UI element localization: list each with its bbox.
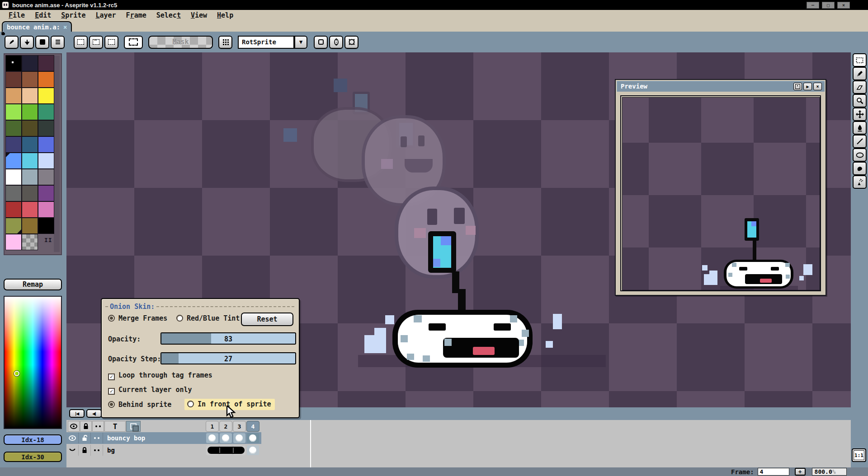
linked-cels-bar[interactable] [208, 447, 245, 454]
palette-swatch-11[interactable] [38, 104, 54, 120]
palette-swatch-21[interactable] [6, 169, 21, 185]
palette-swatch-17[interactable] [38, 137, 54, 152]
mask-button[interactable]: Mask [148, 36, 213, 49]
transform-rotate-button[interactable] [344, 36, 359, 49]
line-tool[interactable] [853, 135, 867, 148]
palette-swatch-7[interactable] [22, 88, 38, 103]
menu-help[interactable]: Help [212, 11, 238, 19]
transform-skew-button[interactable] [329, 36, 343, 49]
maximize-button[interactable]: □ [822, 2, 835, 9]
layer-continuous-toggle[interactable] [91, 445, 103, 456]
palette-swatch-26[interactable] [38, 186, 54, 201]
eraser-tool[interactable] [853, 80, 867, 94]
minimize-button[interactable]: – [807, 2, 819, 9]
palette-swatch-18[interactable] [6, 153, 21, 168]
palette-swatch-5[interactable] [38, 72, 54, 87]
palette-swatch-13[interactable] [22, 121, 38, 136]
preview-center-button[interactable] [793, 83, 802, 90]
frame-header-4[interactable]: 4 [246, 421, 259, 432]
current-layer-only-checkbox[interactable]: ✓Current layer only [108, 386, 192, 395]
layer-visible-toggle[interactable] [66, 445, 79, 456]
frame-header-2[interactable]: 2 [219, 421, 232, 432]
palette-swatch-16[interactable] [22, 137, 38, 152]
layer-name[interactable]: bouncy bop [103, 434, 145, 442]
tab-close-icon[interactable]: × [63, 23, 67, 31]
loop-tag-frames-checkbox[interactable]: ✓Loop through tag frames [108, 371, 212, 380]
preview-titlebar[interactable]: Preview ▶ × [617, 81, 825, 92]
foreground-index-button[interactable]: Idx-18 [4, 434, 62, 445]
zoom-1-1-button[interactable]: 1:1 [852, 448, 866, 462]
menu-sprite[interactable]: Sprite [56, 11, 90, 19]
palette-swatch-32[interactable] [38, 218, 54, 233]
move-tool[interactable] [853, 107, 867, 121]
rect-marquee-tool[interactable] [853, 53, 867, 67]
palette-swatch-8[interactable] [38, 88, 54, 103]
spray-tool[interactable] [853, 175, 867, 189]
palette-swatch-9[interactable] [6, 104, 21, 120]
palette-edit-button[interactable] [5, 36, 19, 49]
previous-frame-button[interactable]: ◀| [86, 409, 102, 418]
rotation-algorithm-dropdown[interactable]: ▼ [294, 36, 307, 49]
zoom-tool[interactable] [853, 94, 867, 107]
layer-visible-toggle[interactable] [66, 433, 79, 443]
palette-swatch-27[interactable] [6, 202, 21, 217]
paint-bucket-tool[interactable] [853, 121, 867, 135]
onion-skin-toggle[interactable]: T [104, 421, 126, 432]
palette-swatch-14[interactable] [38, 121, 54, 136]
tab-bounce-anim[interactable]: bounce anim.a: × [2, 21, 72, 32]
preview-canvas[interactable] [622, 97, 820, 290]
palette-presets-button[interactable] [35, 36, 49, 49]
add-frame-button[interactable]: + [795, 468, 806, 476]
reset-button[interactable]: Reset [241, 313, 293, 326]
palette-swatch-24[interactable] [6, 186, 21, 201]
pencil-tool[interactable] [853, 67, 867, 80]
palette-swatch-transparent[interactable] [22, 234, 38, 250]
layer-lock-toggle[interactable] [79, 433, 91, 443]
menu-layer[interactable]: Layer [90, 11, 121, 19]
selection-replace-button[interactable] [74, 36, 88, 49]
palette-swatch-31[interactable] [22, 218, 38, 233]
red-blue-tint-radio[interactable]: Red/Blue Tint [176, 314, 240, 322]
contour-tool[interactable] [853, 162, 867, 175]
palette-swatch-23[interactable] [38, 169, 54, 185]
selection-add-button[interactable] [89, 36, 103, 49]
layers-visibility-header[interactable] [68, 421, 80, 432]
palette-swatch-28[interactable] [22, 202, 38, 217]
frame-header-3[interactable]: 3 [233, 421, 246, 432]
layer-continuous-toggle[interactable] [91, 433, 103, 443]
preview-close-button[interactable]: × [813, 83, 822, 90]
palette-options-button[interactable] [51, 36, 65, 49]
first-frame-button[interactable]: |◀ [69, 409, 85, 418]
palette-swatch-15[interactable] [6, 137, 21, 152]
palette-swatch-2[interactable] [38, 56, 54, 71]
palette-swatch-12[interactable] [6, 121, 21, 136]
palette-swatch-6[interactable] [6, 88, 21, 103]
timeline-options-button[interactable] [126, 421, 141, 432]
close-button[interactable]: × [837, 2, 850, 9]
opacity-step-slider[interactable]: 27 [160, 352, 296, 364]
layer-row-bouncy-bop[interactable]: bouncy bop [66, 432, 261, 444]
palette-swatch-10[interactable] [22, 104, 38, 120]
spectrum-marker[interactable] [14, 371, 19, 376]
layer-lock-toggle[interactable] [79, 445, 91, 456]
background-index-button[interactable]: Idx-30 [4, 452, 62, 462]
frame-number-input[interactable]: 4 [758, 468, 789, 476]
layers-lock-header[interactable] [80, 421, 92, 432]
remap-button[interactable]: Remap [4, 279, 62, 290]
palette-sort-button[interactable] [20, 36, 34, 49]
opacity-slider[interactable]: 83 [160, 332, 296, 345]
menu-frame[interactable]: Frame [121, 11, 151, 19]
palette-swatch-25[interactable] [22, 186, 38, 201]
frame-header-1[interactable]: 1 [206, 421, 219, 432]
rotation-algorithm-select[interactable]: RotSprite [238, 36, 294, 49]
menu-view[interactable]: View [186, 11, 212, 19]
palette-swatch-22[interactable] [22, 169, 38, 185]
transform-rect-button[interactable] [314, 36, 328, 49]
behind-sprite-radio[interactable]: Behind sprite [108, 401, 171, 409]
menu-select[interactable]: Select [151, 11, 186, 19]
merge-frames-radio[interactable]: Merge Frames [108, 314, 167, 322]
palette-swatch-30[interactable] [6, 218, 21, 233]
layers-continuous-header[interactable] [92, 421, 104, 432]
palette-swatch-33[interactable] [6, 234, 21, 250]
selection-mode-active-button[interactable] [124, 36, 143, 49]
